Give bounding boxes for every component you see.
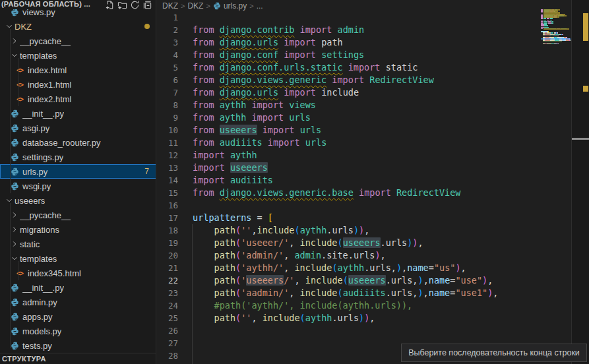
tree-item-models-py[interactable]: models.py	[0, 324, 156, 338]
collapse-all-icon[interactable]	[141, 0, 154, 9]
line-number: 27	[157, 337, 178, 349]
outline-section-header[interactable]: СТРУКТУРА	[0, 353, 156, 364]
code-line[interactable]: 20 path('admin/', admin.site.urls),	[157, 249, 589, 262]
minimap[interactable]	[541, 0, 571, 364]
tree-item-index1-html[interactable]: <>index1.html	[0, 77, 156, 92]
tree-item-useeers[interactable]: useeers	[0, 193, 156, 208]
tree-item-admin-py[interactable]: admin.py	[0, 295, 156, 309]
tree-item-dkz[interactable]: DKZ	[0, 19, 156, 34]
code-line[interactable]: 10from useeers import urls	[157, 124, 589, 136]
code-line-text: #path('aythh/', include(aythh.urls)),	[178, 299, 412, 312]
code-line[interactable]: 2from django.contrib import admin	[157, 24, 589, 36]
code-line[interactable]: 13import useeers	[157, 162, 589, 174]
python-file-icon	[9, 282, 20, 293]
chevron-down-icon	[4, 21, 15, 32]
line-number: 6	[157, 74, 178, 86]
breadcrumb-item-folder[interactable]: DKZ	[187, 1, 203, 11]
code-line[interactable]: 26	[157, 324, 589, 337]
workspace-title: (РАБОЧАЯ ОБЛАСТЬ) ...	[1, 0, 104, 8]
code-line-text: from django.conf import settings	[178, 49, 364, 61]
breadcrumb-separator: >	[206, 2, 210, 10]
code-line[interactable]: 24 #path('aythh/', include(aythh.urls)),	[157, 299, 589, 312]
code-line-text: path('useeer/', include(useeers.urls)),	[178, 237, 423, 249]
new-folder-icon[interactable]	[116, 0, 129, 9]
code-line-text: path('aythh/', include(aythh.urls,),name…	[178, 262, 466, 274]
code-line-text	[178, 337, 193, 349]
tree-item-templates[interactable]: templates	[0, 48, 156, 63]
code-line[interactable]: 11from audiiits import urls	[157, 136, 589, 149]
tree-item--pycache-[interactable]: __pycache__	[0, 208, 156, 222]
tree-item-urls-py[interactable]: urls.py7	[0, 164, 156, 179]
breadcrumb[interactable]: DKZ > DKZ > urls.py > ...	[157, 0, 263, 11]
tree-item-wsgi-py[interactable]: wsgi.py	[0, 179, 156, 193]
tree-item-index-html[interactable]: <>index.html	[0, 63, 156, 77]
tree-item-templates[interactable]: templates	[0, 251, 156, 266]
code-line[interactable]: 23 path('aadmin/', include(audiiits.urls…	[157, 287, 589, 299]
tree-item--pycache-[interactable]: __pycache__	[0, 34, 156, 48]
code-line-text: path('', include(aythh.urls)),	[178, 312, 375, 324]
overview-ruler[interactable]	[571, 0, 589, 364]
code-line[interactable]: 14import audiiits	[157, 174, 589, 187]
explorer-sidebar: (РАБОЧАЯ ОБЛАСТЬ) ... views.pyDKZ__pycac…	[0, 0, 156, 364]
code-line[interactable]: 25 path('', include(aythh.urls)),	[157, 312, 589, 324]
tree-item-tests-py[interactable]: tests.py	[0, 338, 156, 353]
code-line-text: import audiiits	[178, 174, 273, 187]
tree-item-asgi-py[interactable]: asgi.py	[0, 121, 156, 135]
new-file-icon[interactable]	[104, 0, 116, 9]
tree-item-label: index.html	[28, 65, 67, 75]
python-file-icon	[9, 152, 20, 162]
problems-count-badge: 7	[144, 167, 149, 176]
code-line[interactable]: 12import aythh	[157, 149, 589, 162]
code-line[interactable]: 16	[157, 199, 589, 212]
python-file-icon	[9, 137, 20, 148]
code-line[interactable]: 8from aythh import views	[157, 99, 589, 111]
line-number: 23	[157, 287, 178, 299]
tree-item-static[interactable]: static	[0, 237, 156, 251]
line-number: 17	[157, 212, 178, 224]
tree-item--init-py[interactable]: __init__.py	[0, 106, 156, 121]
code-line[interactable]: 9from aythh import urls	[157, 111, 589, 124]
python-file-icon	[9, 297, 20, 307]
code-line[interactable]: 18 path('',include(aythh.urls)),	[157, 224, 589, 237]
code-line[interactable]: 19 path('useeer/', include(useeers.urls)…	[157, 237, 589, 249]
breadcrumb-item-root[interactable]: DKZ	[162, 1, 178, 11]
breadcrumb-item-symbol[interactable]: ...	[257, 1, 263, 11]
code-line-text: from django.urls import path	[178, 36, 343, 49]
html-file-icon: <>	[15, 268, 25, 278]
tree-item-label: migrations	[20, 225, 59, 235]
indent-guide	[192, 224, 193, 364]
tree-indent-guide	[10, 29, 11, 193]
tree-item-database-roouter-py[interactable]: database_roouter.py	[0, 135, 156, 150]
tree-item-label: asgi.py	[22, 123, 49, 133]
tree-item-label: admin.py	[22, 297, 57, 307]
code-line[interactable]: 1	[157, 11, 589, 24]
tree-item-index345-html[interactable]: <>index345.html	[0, 266, 156, 280]
code-line[interactable]: 22 path('useeers/', include(useeers.urls…	[157, 274, 589, 287]
tree-item-apps-py[interactable]: apps.py	[0, 309, 156, 324]
code-line[interactable]: 4from django.conf import settings	[157, 49, 589, 61]
python-file-icon	[213, 1, 221, 11]
code-line[interactable]: 3from django.urls import path	[157, 36, 589, 49]
tree-item-label: __init__.py	[22, 283, 64, 293]
code-line[interactable]: 5from django.conf.urls.static import sta…	[157, 61, 589, 74]
refresh-icon[interactable]	[129, 0, 141, 9]
code-line[interactable]: 21 path('aythh/', include(aythh.urls,),n…	[157, 262, 589, 274]
code-line[interactable]: 15from django.views.generic.base import …	[157, 187, 589, 199]
tree-item-settings-py[interactable]: settings.py	[0, 150, 156, 164]
line-number: 16	[157, 199, 178, 212]
minimap-warning-highlight	[543, 28, 569, 30]
ruler-cursor-mark	[572, 138, 589, 140]
vscode-window: (РАБОЧАЯ ОБЛАСТЬ) ... views.pyDKZ__pycac…	[0, 0, 589, 364]
tree-item-index2-html[interactable]: <>index2.html	[0, 92, 156, 106]
tree-item-migrations[interactable]: migrations	[0, 222, 156, 237]
code-line[interactable]: 6from django.views.generic import Redire…	[157, 74, 589, 86]
tree-item--init-py[interactable]: __init__.py	[0, 280, 156, 295]
code-line-text: from django.urls import include	[178, 86, 359, 99]
code-area[interactable]: 12from django.contrib import admin3from …	[157, 11, 589, 362]
code-line[interactable]: 17urlpatterns = [	[157, 212, 589, 224]
minimap-line	[541, 28, 543, 30]
code-line[interactable]: 7from django.urls import include	[157, 86, 589, 99]
breadcrumb-item-file[interactable]: urls.py	[224, 1, 247, 11]
tree-indent-guide	[18, 261, 18, 280]
explorer-section-header[interactable]: (РАБОЧАЯ ОБЛАСТЬ) ...	[0, 0, 156, 9]
